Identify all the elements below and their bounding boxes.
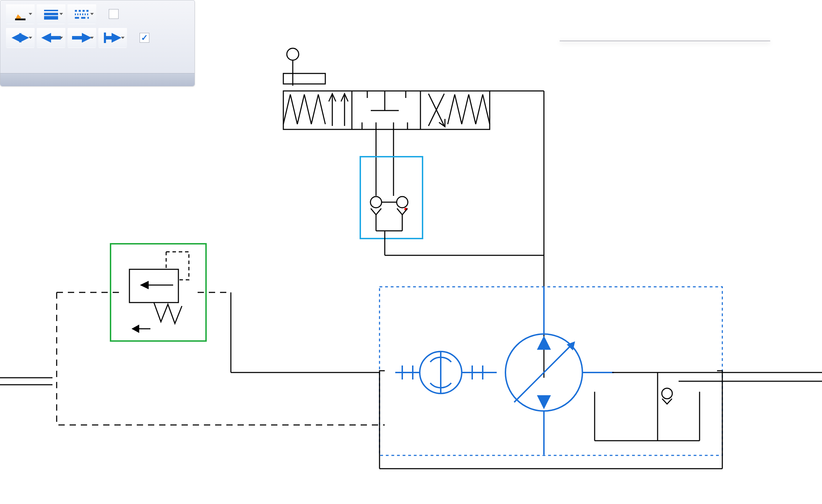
line-weight-icon bbox=[43, 8, 59, 20]
line-style-button[interactable] bbox=[68, 4, 96, 24]
frame-checkbox[interactable] bbox=[140, 33, 149, 43]
svg-point-62 bbox=[662, 388, 672, 399]
line-color-button[interactable] bbox=[6, 4, 35, 24]
svg-line-51 bbox=[514, 343, 574, 402]
context-menu bbox=[560, 41, 770, 41]
svg-marker-53 bbox=[537, 395, 551, 409]
svg-rect-69 bbox=[15, 19, 26, 20]
outline-checkbox[interactable] bbox=[109, 9, 119, 19]
directional-valve-symbol bbox=[283, 48, 544, 157]
selection-frame[interactable] bbox=[380, 287, 722, 455]
arrow-both-icon bbox=[12, 33, 29, 43]
svg-rect-3 bbox=[283, 91, 490, 129]
line-weight-button[interactable] bbox=[37, 4, 65, 24]
ribbon-line-group bbox=[0, 0, 195, 86]
svg-line-16 bbox=[428, 94, 444, 126]
svg-rect-2 bbox=[283, 73, 325, 84]
svg-marker-52 bbox=[537, 336, 551, 350]
arrow-both-button[interactable] bbox=[6, 28, 35, 48]
svg-point-26 bbox=[404, 208, 407, 211]
svg-rect-36 bbox=[129, 269, 178, 303]
svg-rect-21 bbox=[360, 157, 423, 239]
svg-point-24 bbox=[370, 197, 382, 208]
pressure-relief-valve[interactable] bbox=[111, 244, 206, 341]
check-valve-assembly[interactable] bbox=[360, 157, 423, 239]
svg-point-42 bbox=[420, 352, 462, 393]
svg-point-25 bbox=[397, 197, 408, 208]
arrow-end-icon bbox=[104, 33, 121, 43]
svg-line-17 bbox=[428, 94, 444, 126]
arrow-left-icon bbox=[41, 33, 61, 43]
arrow-right-button[interactable] bbox=[68, 28, 96, 48]
ribbon-group-title bbox=[0, 73, 194, 86]
pen-icon bbox=[14, 7, 27, 21]
svg-rect-35 bbox=[111, 244, 206, 341]
arrow-end-button[interactable] bbox=[98, 28, 127, 48]
svg-point-50 bbox=[505, 334, 582, 411]
line-style-icon bbox=[74, 8, 90, 20]
arrow-right-icon bbox=[72, 33, 92, 43]
svg-point-0 bbox=[287, 48, 299, 60]
arrow-left-button[interactable] bbox=[37, 28, 65, 48]
